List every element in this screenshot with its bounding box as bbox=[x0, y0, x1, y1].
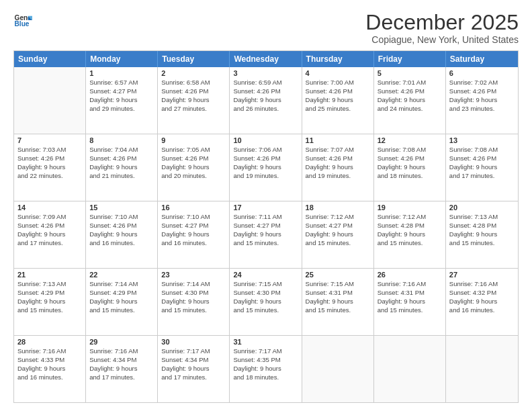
day-number: 22 bbox=[89, 271, 154, 279]
cal-cell-28: 28Sunrise: 7:16 AMSunset: 4:33 PMDayligh… bbox=[14, 336, 86, 402]
cell-line: Daylight: 9 hours bbox=[161, 365, 226, 373]
cell-line: Sunrise: 7:08 AM bbox=[449, 146, 515, 154]
cell-line: and 16 minutes. bbox=[161, 239, 226, 248]
cal-cell-5: 5Sunrise: 7:01 AMSunset: 4:26 PMDaylight… bbox=[374, 67, 446, 134]
day-number: 1 bbox=[89, 69, 154, 77]
cal-cell-26: 26Sunrise: 7:16 AMSunset: 4:31 PMDayligh… bbox=[374, 269, 446, 335]
cell-line: Sunrise: 7:12 AM bbox=[306, 213, 370, 222]
day-number: 25 bbox=[306, 271, 370, 279]
cal-cell-9: 9Sunrise: 7:05 AMSunset: 4:26 PMDaylight… bbox=[158, 134, 230, 201]
cell-line: Sunset: 4:26 PM bbox=[378, 87, 442, 96]
cell-line: Daylight: 9 hours bbox=[378, 163, 442, 172]
cell-line: Sunset: 4:27 PM bbox=[161, 222, 226, 230]
cell-line: Daylight: 9 hours bbox=[17, 298, 82, 306]
cell-line: and 23 minutes. bbox=[449, 105, 515, 113]
cell-line: Sunrise: 7:10 AM bbox=[89, 213, 154, 222]
cell-line: Sunset: 4:26 PM bbox=[306, 154, 370, 163]
day-number: 4 bbox=[306, 69, 370, 77]
cell-line: and 25 minutes. bbox=[306, 105, 370, 113]
cal-cell-empty-4-4 bbox=[302, 336, 374, 402]
cal-cell-29: 29Sunrise: 7:16 AMSunset: 4:34 PMDayligh… bbox=[86, 336, 158, 402]
cell-line: Sunrise: 7:02 AM bbox=[449, 79, 515, 87]
title-block: December 2025 Copiague, New York, United… bbox=[365, 11, 519, 45]
cal-cell-12: 12Sunrise: 7:08 AMSunset: 4:26 PMDayligh… bbox=[374, 134, 446, 201]
cell-line: Sunset: 4:26 PM bbox=[233, 154, 298, 163]
cal-cell-24: 24Sunrise: 7:15 AMSunset: 4:30 PMDayligh… bbox=[230, 269, 302, 335]
cell-line: Daylight: 9 hours bbox=[161, 96, 226, 105]
header-day-monday: Monday bbox=[86, 51, 158, 67]
cal-cell-20: 20Sunrise: 7:13 AMSunset: 4:28 PMDayligh… bbox=[446, 201, 518, 268]
day-number: 6 bbox=[449, 69, 515, 77]
cell-line: Sunset: 4:26 PM bbox=[17, 154, 82, 163]
cell-line: Sunset: 4:29 PM bbox=[17, 289, 82, 298]
cell-line: Daylight: 9 hours bbox=[17, 163, 82, 172]
day-number: 28 bbox=[17, 338, 82, 346]
header-day-sunday: Sunday bbox=[14, 51, 86, 67]
cell-line: Sunset: 4:27 PM bbox=[89, 87, 154, 96]
cell-line: Daylight: 9 hours bbox=[89, 163, 154, 172]
cell-line: Sunrise: 7:09 AM bbox=[17, 213, 82, 222]
calendar-row-4: 28Sunrise: 7:16 AMSunset: 4:33 PMDayligh… bbox=[14, 335, 518, 402]
cell-line: Daylight: 9 hours bbox=[449, 163, 515, 172]
cell-line: Sunrise: 7:12 AM bbox=[378, 213, 442, 222]
calendar-row-0: 1Sunrise: 6:57 AMSunset: 4:27 PMDaylight… bbox=[14, 67, 518, 134]
calendar-row-1: 7Sunrise: 7:03 AMSunset: 4:26 PMDaylight… bbox=[14, 134, 518, 201]
cell-line: Daylight: 9 hours bbox=[161, 163, 226, 172]
cell-line: Sunrise: 7:16 AM bbox=[378, 280, 442, 289]
cal-cell-13: 13Sunrise: 7:08 AMSunset: 4:26 PMDayligh… bbox=[446, 134, 518, 201]
cell-line: Sunrise: 7:16 AM bbox=[17, 347, 82, 356]
header-day-tuesday: Tuesday bbox=[158, 51, 230, 67]
cal-cell-22: 22Sunrise: 7:14 AMSunset: 4:29 PMDayligh… bbox=[86, 269, 158, 335]
cell-line: and 19 minutes. bbox=[306, 172, 370, 181]
day-number: 8 bbox=[89, 136, 154, 144]
cal-cell-6: 6Sunrise: 7:02 AMSunset: 4:26 PMDaylight… bbox=[446, 67, 518, 134]
cal-cell-17: 17Sunrise: 7:11 AMSunset: 4:27 PMDayligh… bbox=[230, 201, 302, 268]
day-number: 21 bbox=[17, 271, 82, 279]
cell-line: and 26 minutes. bbox=[233, 105, 298, 113]
cell-line: Sunset: 4:32 PM bbox=[449, 289, 515, 298]
cell-line: Sunset: 4:27 PM bbox=[306, 222, 370, 230]
cell-line: and 27 minutes. bbox=[161, 105, 226, 113]
cell-line: Sunset: 4:28 PM bbox=[378, 222, 442, 230]
cell-line: Sunset: 4:26 PM bbox=[449, 87, 515, 96]
day-number: 29 bbox=[89, 338, 154, 346]
cal-cell-31: 31Sunrise: 7:17 AMSunset: 4:35 PMDayligh… bbox=[230, 336, 302, 402]
day-number: 27 bbox=[449, 271, 515, 279]
cell-line: Daylight: 9 hours bbox=[306, 230, 370, 239]
page: General Blue December 2025 Copiague, New… bbox=[0, 0, 532, 411]
cell-line: Sunrise: 7:00 AM bbox=[306, 79, 370, 87]
cal-cell-15: 15Sunrise: 7:10 AMSunset: 4:26 PMDayligh… bbox=[86, 201, 158, 268]
day-number: 31 bbox=[233, 338, 298, 346]
cell-line: Daylight: 9 hours bbox=[378, 230, 442, 239]
day-number: 24 bbox=[233, 271, 298, 279]
cell-line: Daylight: 9 hours bbox=[89, 96, 154, 105]
cal-cell-27: 27Sunrise: 7:16 AMSunset: 4:32 PMDayligh… bbox=[446, 269, 518, 335]
cell-line: Sunset: 4:31 PM bbox=[306, 289, 370, 298]
cell-line: Sunrise: 7:04 AM bbox=[89, 146, 154, 154]
cell-line: and 17 minutes. bbox=[89, 373, 154, 382]
cell-line: Sunset: 4:30 PM bbox=[233, 289, 298, 298]
day-number: 11 bbox=[306, 136, 370, 144]
cal-cell-2: 2Sunrise: 6:58 AMSunset: 4:26 PMDaylight… bbox=[158, 67, 230, 134]
cell-line: Daylight: 9 hours bbox=[89, 365, 154, 373]
cal-cell-23: 23Sunrise: 7:14 AMSunset: 4:30 PMDayligh… bbox=[158, 269, 230, 335]
cell-line: Sunrise: 7:01 AM bbox=[378, 79, 442, 87]
cell-line: Sunset: 4:26 PM bbox=[89, 154, 154, 163]
cell-line: and 24 minutes. bbox=[378, 105, 442, 113]
cell-line: Daylight: 9 hours bbox=[233, 365, 298, 373]
cell-line: and 21 minutes. bbox=[89, 172, 154, 181]
cell-line: and 18 minutes. bbox=[378, 172, 442, 181]
cell-line: Sunset: 4:26 PM bbox=[306, 87, 370, 96]
cell-line: and 29 minutes. bbox=[89, 105, 154, 113]
cal-cell-8: 8Sunrise: 7:04 AMSunset: 4:26 PMDaylight… bbox=[86, 134, 158, 201]
cal-cell-1: 1Sunrise: 6:57 AMSunset: 4:27 PMDaylight… bbox=[86, 67, 158, 134]
day-number: 3 bbox=[233, 69, 298, 77]
cell-line: Daylight: 9 hours bbox=[17, 365, 82, 373]
cell-line: Daylight: 9 hours bbox=[306, 298, 370, 306]
cell-line: Daylight: 9 hours bbox=[17, 230, 82, 239]
cell-line: Sunrise: 7:13 AM bbox=[449, 213, 515, 222]
cell-line: Daylight: 9 hours bbox=[233, 96, 298, 105]
cell-line: and 15 minutes. bbox=[378, 239, 442, 248]
subtitle: Copiague, New York, United States bbox=[365, 34, 519, 45]
cal-cell-10: 10Sunrise: 7:06 AMSunset: 4:26 PMDayligh… bbox=[230, 134, 302, 201]
